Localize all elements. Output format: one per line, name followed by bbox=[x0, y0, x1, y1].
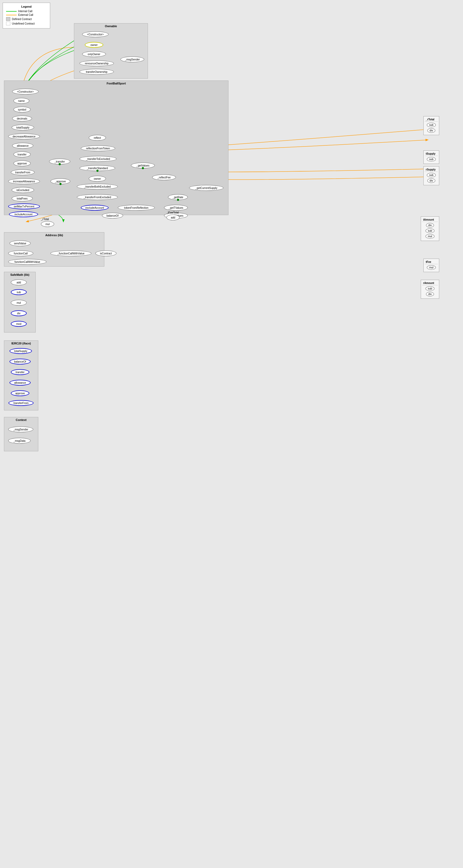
external-call-label: External Call bbox=[18, 13, 33, 17]
fb-balanceof-node[interactable]: balanceOf bbox=[102, 213, 123, 219]
rAmount-var-title: rAmount bbox=[422, 281, 438, 285]
tFee-var-group: tFee mul bbox=[424, 259, 439, 272]
fb-decimals-node[interactable]: decimals bbox=[12, 116, 32, 121]
fb-_transferstandard-node[interactable]: _transferStandard bbox=[80, 165, 115, 171]
fb-reflectionfromtoken-node[interactable]: reflectionFromToken bbox=[81, 146, 115, 151]
ownable-renounce-node[interactable]: renounceOwnership bbox=[80, 60, 114, 66]
fb-transfer-node[interactable]: transfer bbox=[13, 152, 31, 157]
rAmount-div-node[interactable]: div bbox=[426, 292, 434, 297]
rSupply-var-group: rSupply sub div bbox=[424, 166, 439, 185]
ownable-owner-node[interactable]: owner bbox=[85, 42, 103, 48]
tAmount-sub-node[interactable]: sub bbox=[426, 228, 434, 233]
fb-_approve-node[interactable]: _approve bbox=[51, 178, 70, 184]
fb-decreaseallowance-node[interactable]: decreaseAllowance bbox=[8, 133, 40, 140]
safe-mul-node[interactable]: mul bbox=[11, 300, 27, 306]
addr-_functioncallwithvalue-node[interactable]: _functionCallWithValue bbox=[51, 250, 91, 256]
ierc20-allowance-node[interactable]: allowance bbox=[9, 380, 31, 385]
rtotal-mul-node[interactable]: mul bbox=[41, 221, 54, 227]
tFee-var-title: tFee bbox=[425, 260, 438, 264]
fb-_getvalues-node[interactable]: _getValues bbox=[131, 162, 155, 168]
fb-name-node[interactable]: name bbox=[13, 98, 29, 104]
fb-approve-node[interactable]: approve bbox=[13, 160, 31, 166]
ownable-onlyowner-node[interactable]: onlyOwner bbox=[82, 51, 106, 57]
ownable-constructor-node[interactable]: <Constructor> bbox=[82, 31, 109, 37]
legend-item-external: External Call bbox=[6, 13, 47, 17]
legend-item-undefined: Undefined Contract bbox=[6, 22, 47, 25]
fb-totalsupply-node[interactable]: totalSupply bbox=[11, 125, 34, 130]
fb-_gettvalues-node[interactable]: _getTValues bbox=[164, 205, 188, 211]
tFee-mul-node[interactable]: mul bbox=[427, 265, 436, 270]
tAmount-var-group: tAmount div sub mul bbox=[421, 216, 439, 241]
addr-functioncallwithvalue-node[interactable]: functionCallWithValue bbox=[8, 259, 47, 265]
external-call-line bbox=[6, 15, 17, 15]
rtotal-standalone-group: _rTotal mul bbox=[41, 218, 49, 221]
fb-allowance-node[interactable]: allowance bbox=[12, 143, 33, 149]
footballsport-title: FootBallSport bbox=[4, 82, 228, 85]
tSupply-var-title: tSupply bbox=[425, 152, 438, 156]
tSupply-sub-node[interactable]: sub bbox=[427, 157, 436, 161]
ierc20-contract: IERC20 (iface) totalSupply balanceOf tra… bbox=[4, 340, 38, 410]
feetotal-group: _tFeeTotal add bbox=[166, 211, 179, 215]
tSupply-var-group: tSupply sub bbox=[424, 150, 439, 164]
fb-owner-node[interactable]: owner bbox=[89, 176, 106, 182]
fb-excludeaccount-node[interactable]: excludeAccount bbox=[81, 205, 109, 211]
fb-transferfrom-node[interactable]: transferFrom bbox=[11, 169, 35, 175]
fb-tokenfromreflection-node[interactable]: tokenFromReflection bbox=[118, 205, 155, 211]
ownable-title: Ownable bbox=[74, 25, 148, 28]
fb-includeaccount-node[interactable]: includeAccount bbox=[9, 211, 38, 217]
rSupply-div-node[interactable]: div bbox=[427, 178, 436, 183]
rtotal-standalone-label: _rTotal bbox=[41, 218, 49, 221]
fb-_transferfromexcluded-node[interactable]: _transferFromExcluded bbox=[77, 194, 118, 200]
tAmount-mul-node[interactable]: mul bbox=[426, 234, 434, 239]
rAmount-var-group: rAmount sub div bbox=[421, 280, 439, 299]
ownable-msgsender-node[interactable]: _msgSender bbox=[120, 57, 144, 62]
ctx-msgdata-node[interactable]: _msgData bbox=[8, 438, 31, 444]
safemath-lib-contract: SafeMath (lib) add sub mul div mod bbox=[4, 272, 36, 333]
ownable-transfer-node[interactable]: transferOwnership bbox=[80, 69, 114, 75]
safe-add-node[interactable]: add bbox=[11, 279, 27, 285]
ierc20-balanceof-node[interactable]: balanceOf bbox=[9, 359, 31, 365]
fb-_transfer-node[interactable]: _transfer bbox=[49, 159, 70, 164]
addr-sendvalue-node[interactable]: sendValue bbox=[9, 241, 31, 246]
legend-box: Legend Internal Call External Call Defin… bbox=[3, 3, 50, 29]
fb-constructor-node[interactable]: <Constructor> bbox=[12, 89, 38, 94]
addr-iscontract-node[interactable]: isContract bbox=[95, 250, 116, 256]
rTotal-sub-node[interactable]: sub bbox=[427, 123, 436, 127]
safe-div-node[interactable]: div bbox=[11, 310, 27, 316]
ctx-msgsender-node[interactable]: _msgSender bbox=[8, 427, 33, 432]
main-canvas: Legend Internal Call External Call Defin… bbox=[0, 0, 463, 868]
safe-sub-node[interactable]: sub bbox=[11, 289, 27, 295]
feetotal-add-node[interactable]: add bbox=[166, 215, 180, 220]
ierc20-approve-node[interactable]: approve bbox=[11, 390, 29, 396]
fb-isexcluded-node[interactable]: isExcluded bbox=[11, 187, 34, 193]
fb-_reflectfee-node[interactable]: _reflectFee bbox=[152, 175, 176, 180]
undefined-contract-label: Undefined Contract bbox=[12, 22, 35, 25]
ierc20-transfer-node[interactable]: transfer bbox=[11, 369, 29, 375]
fb-totalfees-node[interactable]: totalFees bbox=[11, 195, 33, 202]
rSupply-sub-node[interactable]: sub bbox=[427, 173, 436, 177]
fb-_getcurrentsupply-node[interactable]: _getCurrentSupply bbox=[189, 185, 224, 191]
rAmount-sub-node[interactable]: sub bbox=[426, 286, 434, 291]
defined-contract-label: Defined Contract bbox=[12, 18, 32, 21]
tAmount-div-node[interactable]: div bbox=[426, 223, 434, 227]
addr-functioncall-node[interactable]: functionCall bbox=[8, 250, 33, 256]
legend-item-internal: Internal Call bbox=[6, 10, 47, 13]
fb-symbol-node[interactable]: symbol bbox=[13, 106, 31, 113]
defined-contract-rect bbox=[6, 17, 10, 21]
fb-setmaxtxpercent-node[interactable]: setMaxTxPercent bbox=[8, 204, 40, 209]
rTotal-div-node[interactable]: div bbox=[427, 128, 436, 133]
ierc20-title: IERC20 (iface) bbox=[4, 342, 38, 345]
fb-reflect-node[interactable]: reflect bbox=[89, 135, 106, 141]
rSupply-var-title: rSupply bbox=[425, 167, 438, 172]
fb-_transferbothexcluded-node[interactable]: _transferBothExcluded bbox=[77, 184, 118, 189]
fb-_getrate-node[interactable]: _getRate bbox=[168, 194, 188, 200]
fb-_transfertoexcluded-node[interactable]: _transferToExcluded bbox=[80, 156, 116, 162]
safe-mod-node[interactable]: mod bbox=[11, 321, 27, 327]
context-title: Context bbox=[4, 418, 38, 422]
ierc20-totalsupply-node[interactable]: totalSupply bbox=[9, 348, 32, 354]
ownable-contract: Ownable <Constructor> owner onlyOwner re… bbox=[74, 23, 148, 79]
ierc20-transferfrom-node[interactable]: transferFrom bbox=[8, 400, 33, 406]
fb-increaseallowance-node[interactable]: increaseAllowance bbox=[8, 178, 40, 184]
legend-title: Legend bbox=[6, 5, 47, 8]
address-lib-title: Address (lib) bbox=[4, 234, 104, 237]
